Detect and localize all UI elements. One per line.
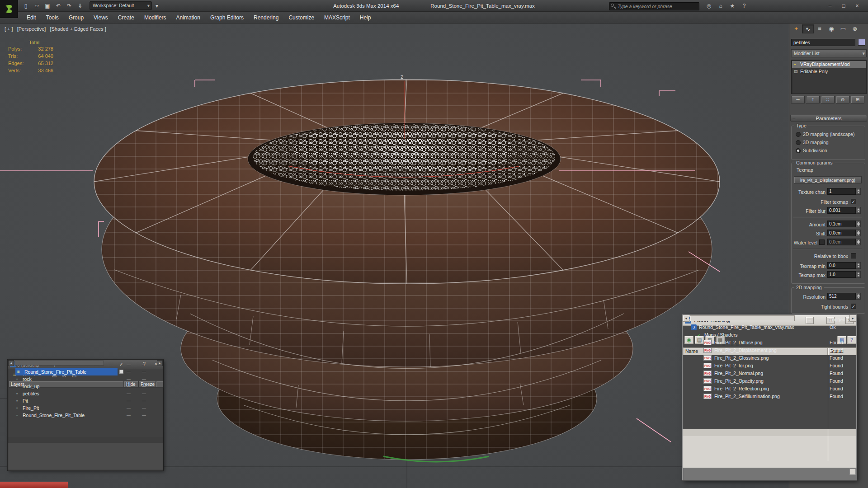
hide-toggle-icon[interactable]: —	[127, 361, 131, 368]
layer-row-selected[interactable]: ≡ Round_Stone_Fire_Pit_Table — —	[8, 368, 163, 375]
workspace-dropdown[interactable]: Workspace: Default ▾	[90, 1, 152, 10]
menu-create[interactable]: Create	[113, 12, 139, 23]
freeze-toggle-icon[interactable]: —	[142, 390, 146, 397]
menu-modifiers[interactable]: Modifiers	[139, 12, 171, 23]
hide-toggle-icon[interactable]: —	[127, 412, 131, 419]
menu-help[interactable]: Help	[355, 12, 376, 23]
menu-graph-editors[interactable]: Graph Editors	[205, 12, 249, 23]
close-button[interactable]: ×	[851, 1, 863, 10]
shift-spinner[interactable]: 0.0cm	[827, 230, 861, 236]
object-color-swatch[interactable]	[858, 39, 865, 46]
save-file-icon[interactable]: ▣	[42, 1, 52, 10]
viewport-pov-menu[interactable]: [Perspective]	[17, 26, 46, 32]
spinner-arrows[interactable]	[856, 230, 861, 236]
tight-bounds-checkbox[interactable]: ✓	[851, 304, 856, 309]
freeze-toggle-icon[interactable]: —	[142, 404, 146, 412]
modifier-row-editable-poly[interactable]: ▤ Editable Poly	[792, 68, 866, 75]
hide-toggle-icon[interactable]: —	[127, 397, 131, 404]
relative-bbox-checkbox[interactable]	[851, 253, 856, 258]
freeze-toggle-icon[interactable]: —	[142, 375, 146, 383]
layer-object-row[interactable]: ▫ pebbles — —	[8, 390, 163, 397]
pin-stack-icon[interactable]: ⊸	[791, 96, 805, 103]
asset-horizontal-scrollbar[interactable]: ◂ ▸	[683, 429, 856, 436]
infocenter-search[interactable]	[609, 2, 699, 10]
water-level-spinner[interactable]: 0.0cm	[827, 239, 861, 245]
scroll-left-icon[interactable]: ◂	[8, 360, 14, 366]
tab-utilities-icon[interactable]: ⊚	[849, 24, 861, 33]
search-scope-icon[interactable]: ◎	[703, 1, 714, 10]
asset-row[interactable]: PNG Fire_Pit_2_Normal.png Found	[683, 370, 856, 377]
hide-toggle-icon[interactable]: —	[127, 404, 131, 412]
tab-display-icon[interactable]: ▭	[837, 24, 849, 33]
tab-modify-icon[interactable]: ∿	[802, 24, 814, 33]
layer-icon[interactable]: ≡	[17, 368, 20, 375]
communication-center-icon[interactable]: ⌂	[715, 1, 726, 10]
modifier-enabled-bulb-icon[interactable]: ●	[794, 62, 796, 66]
freeze-toggle-icon[interactable]: —	[142, 368, 146, 375]
fetch-icon[interactable]: ⇓	[75, 1, 85, 10]
make-unique-icon[interactable]: ∷	[821, 96, 835, 103]
favorites-star-icon[interactable]: ★	[727, 1, 738, 10]
tab-create-icon[interactable]: +	[790, 24, 802, 33]
tab-hierarchy-icon[interactable]: ≡	[814, 24, 826, 33]
spinner-arrows[interactable]	[856, 271, 861, 278]
undo-icon[interactable]: ↶	[53, 1, 63, 10]
scroll-right-icon[interactable]: ▸	[157, 360, 163, 366]
menu-rendering[interactable]: Rendering	[249, 12, 283, 23]
viewport-general-menu[interactable]: [ + ]	[5, 26, 13, 32]
hide-toggle-icon[interactable]: —	[127, 368, 131, 375]
tab-motion-icon[interactable]: ◉	[826, 24, 837, 33]
maximize-button[interactable]: □	[837, 1, 850, 10]
freeze-toggle-icon[interactable]: —	[142, 383, 146, 390]
asset-row[interactable]: 3 Round_Stone_Fire_Pit_Table_max_vray.ma…	[683, 324, 856, 331]
water-level-checkbox[interactable]	[819, 239, 825, 245]
modifier-list-dropdown[interactable]: Modifier List ▾	[791, 49, 867, 57]
open-file-icon[interactable]: ▱	[32, 1, 42, 10]
layer-object-row[interactable]: ▫ Round_Stone_Fire_Pit_Table — —	[8, 412, 163, 419]
freeze-toggle-icon[interactable]: —	[142, 361, 146, 368]
asset-row[interactable]: PNG Fire_Pit_2_Diffuse.png Found	[683, 339, 856, 347]
filter-texmap-checkbox[interactable]: ✓	[851, 199, 856, 204]
menu-customize[interactable]: Customize	[283, 12, 319, 23]
scroll-right-icon[interactable]: ▸	[849, 315, 856, 322]
asset-row[interactable]: ✓ Maps / Shaders	[683, 331, 856, 339]
title-bar[interactable]: ▯ ▱ ▣ ↶ ↷ ⇓ Workspace: Default ▾ ▾ Autod…	[0, 0, 868, 12]
spinner-arrows[interactable]	[856, 221, 861, 227]
radio-2d-mapping[interactable]	[796, 132, 801, 137]
menu-tools[interactable]: Tools	[41, 12, 64, 23]
asset-row[interactable]: PNG Fire_Pit_2_Opacity.png Found	[683, 377, 856, 385]
texmap-button[interactable]: ire_Pit_2_Displacement.png)	[794, 176, 862, 183]
asset-row[interactable]: PNG Fire_Pit_2_Displacement.png Found	[683, 347, 856, 354]
modifier-stack[interactable]: ● VRayDisplacementMod ▤ Editable Poly	[791, 60, 867, 94]
spinner-arrows[interactable]	[856, 207, 861, 214]
spinner-arrows[interactable]	[856, 188, 861, 195]
texture-chan-spinner[interactable]: 1	[827, 188, 861, 195]
resolution-spinner[interactable]: 512	[827, 293, 861, 300]
menu-group[interactable]: Group	[64, 12, 89, 23]
texmap-min-spinner[interactable]: 0.0	[827, 262, 861, 269]
maxscript-mini-listener[interactable]	[0, 482, 68, 488]
redo-icon[interactable]: ↷	[64, 1, 74, 10]
freeze-toggle-icon[interactable]: —	[142, 397, 146, 404]
spinner-arrows[interactable]	[856, 293, 861, 300]
object-name-field[interactable]: pebbles	[791, 39, 855, 46]
filter-blur-spinner[interactable]: 0.001	[827, 207, 861, 214]
menu-edit[interactable]: Edit	[22, 12, 41, 23]
layer-object-row[interactable]: ▫ Fire_Pit — —	[8, 404, 163, 412]
scrollbar-thumb[interactable]	[690, 315, 795, 321]
texmap-max-spinner[interactable]: 1.0	[827, 271, 861, 278]
asset-row[interactable]: PNG Fire_Pit_2_Reflection.png Found	[683, 385, 856, 393]
freeze-toggle-icon[interactable]: —	[142, 412, 146, 419]
current-layer-check-icon[interactable]: ✓	[119, 361, 123, 368]
menu-maxscript[interactable]: MAXScript	[319, 12, 355, 23]
modifier-row-vraydisplacement[interactable]: ● VRayDisplacementMod	[792, 61, 866, 68]
layer-object-row[interactable]: ▫ Pit — —	[8, 397, 163, 404]
radio-subdivision[interactable]	[796, 148, 801, 153]
amount-spinner[interactable]: 0.1cm	[827, 221, 861, 227]
asset-row[interactable]: PNG Fire_Pit_2_Selfillumination.png Foun…	[683, 393, 856, 400]
show-end-result-icon[interactable]: ⊺	[806, 96, 820, 103]
qat-overflow-icon[interactable]: ▾	[154, 1, 160, 10]
asset-row[interactable]: PNG Fire_Pit_2_Ior.png Found	[683, 362, 856, 370]
viewport-shading-menu[interactable]: [Shaded + Edged Faces ]	[50, 26, 106, 32]
configure-modifier-sets-icon[interactable]: ⊞	[851, 96, 864, 103]
